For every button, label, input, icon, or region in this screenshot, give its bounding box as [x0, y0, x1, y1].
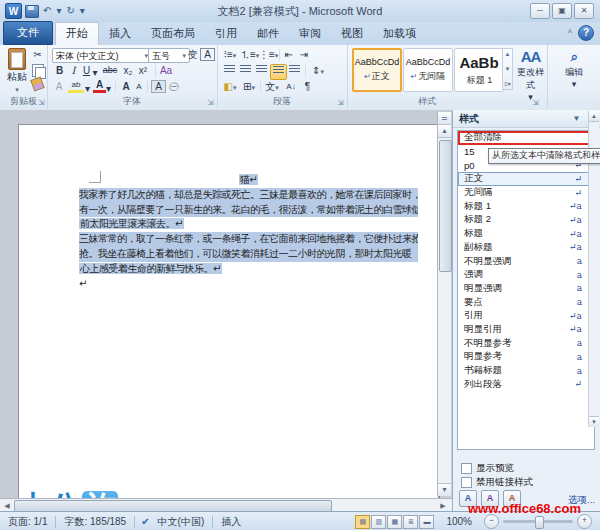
print-layout-view-icon[interactable]: ▤	[355, 515, 370, 529]
document-line[interactable]: 前太阳光里滚来滚去。↵	[79, 217, 418, 232]
spellcheck-icon[interactable]: ✔	[141, 516, 149, 527]
minimize-button[interactable]: ─	[530, 3, 550, 19]
draft-view-icon[interactable]: ▬	[419, 515, 434, 529]
document-line[interactable]: 心上感受着生命的新鲜与快乐。↵	[79, 262, 418, 277]
close-button[interactable]: ✕	[574, 3, 594, 19]
document-line[interactable]: 有一次，从隔壁要了一只新生的来。花白的毛，很活泼，常如带着泥土的白雪球似	[79, 203, 418, 218]
style-list-item[interactable]: 正文 ↵	[458, 172, 594, 186]
style-list-item[interactable]: 标题 ↵a	[458, 227, 594, 241]
gallery-up-icon[interactable]: ▲	[505, 51, 511, 57]
multilevel-list-icon[interactable]: ⋮≡▾	[259, 48, 277, 62]
list-scroll-up-icon[interactable]: ▲	[589, 111, 599, 122]
asian-layout-icon[interactable]: 文▾	[263, 80, 281, 94]
align-center-icon[interactable]	[238, 64, 253, 78]
style-list-item[interactable]: 全部清除	[458, 131, 594, 145]
editing-button[interactable]: ⌕ 编辑 ▾	[555, 48, 593, 92]
show-preview-checkbox[interactable]	[461, 463, 472, 474]
highlight-dropdown-icon[interactable]: ▾	[84, 82, 91, 95]
shading-icon[interactable]: ◧▾	[221, 80, 239, 94]
text-effects-icon[interactable]: A	[52, 80, 66, 93]
change-case-icon[interactable]: Aa	[159, 64, 173, 77]
paragraph-dialog-launcher-icon[interactable]: ⇲	[337, 98, 344, 107]
insert-mode-indicator[interactable]: 插入	[219, 515, 243, 529]
outline-view-icon[interactable]: ≣	[403, 515, 418, 529]
ribbon-tab[interactable]: 文件	[3, 21, 53, 45]
style-list-item[interactable]: 不明显强调 a	[458, 254, 594, 268]
document-line[interactable]: ↵	[79, 277, 418, 292]
superscript-button[interactable]: x²	[136, 64, 150, 77]
ribbon-tab[interactable]: 邮件	[247, 23, 289, 45]
show-preview-row[interactable]: 显示预览	[461, 462, 514, 475]
borders-icon[interactable]: ⊞▾	[240, 80, 258, 94]
style-list-item[interactable]: 要点 a	[458, 295, 594, 309]
font-dialog-launcher-icon[interactable]: ⇲	[207, 98, 214, 107]
zoom-in-icon[interactable]: +	[577, 514, 592, 529]
cut-button[interactable]: ✂	[31, 48, 44, 61]
pane-dropdown-icon[interactable]: ▼	[572, 114, 580, 123]
gallery-down-icon[interactable]: ▼	[505, 66, 511, 72]
increase-indent-icon[interactable]: ⇥	[297, 48, 311, 61]
zoom-out-icon[interactable]: −	[484, 514, 499, 529]
decrease-indent-icon[interactable]: ⇤	[282, 48, 296, 61]
restore-button[interactable]: ▣	[552, 3, 572, 19]
style-list-item[interactable]: 不明显参考 a	[458, 336, 594, 350]
web-layout-view-icon[interactable]: ▦	[387, 515, 402, 529]
paste-button[interactable]: 粘贴 ▾	[4, 48, 30, 96]
clipboard-dialog-launcher-icon[interactable]: ⇲	[38, 98, 45, 107]
disable-linked-checkbox[interactable]	[461, 477, 472, 488]
style-list-item[interactable]: 标题 1 ↵a	[458, 199, 594, 213]
styles-dialog-launcher-icon[interactable]: ⇲	[532, 98, 539, 107]
style-list-item[interactable]: 列出段落 ↵	[458, 377, 594, 391]
align-right-icon[interactable]	[254, 64, 269, 78]
font-size-combo[interactable]: 五号 ▾	[148, 48, 190, 63]
style-list-item[interactable]: 标题 2 ↵a	[458, 213, 594, 227]
ruler-toggle-icon[interactable]: ⚌	[438, 112, 451, 125]
numbering-icon[interactable]: ⒈≡▾	[240, 48, 258, 62]
ribbon-tab[interactable]: 插入	[99, 23, 141, 45]
character-shading-icon[interactable]: A	[151, 80, 166, 93]
distribute-icon[interactable]	[287, 64, 302, 78]
ribbon-tab[interactable]: 开始	[55, 22, 99, 45]
gallery-more-icon[interactable]: ≡▾	[504, 80, 511, 87]
ribbon-tab[interactable]: 审阅	[289, 23, 331, 45]
shrink-font-icon[interactable]: A	[133, 80, 145, 93]
document-line[interactable]: 我家养了好几次的猫，却总是失踪或死亡。三妹是最喜欢的，她常在课后回家时，	[79, 188, 418, 203]
grow-font-icon[interactable]: A	[119, 80, 133, 93]
line-spacing-icon[interactable]: ⇕▾	[308, 64, 328, 78]
zoom-level[interactable]: 100%	[444, 516, 474, 527]
align-left-icon[interactable]	[222, 64, 237, 78]
italic-button[interactable]: I	[67, 64, 80, 77]
list-scroll-down-icon[interactable]: ▼	[589, 416, 599, 427]
strikethrough-button[interactable]: abc	[100, 64, 120, 77]
scroll-down-icon[interactable]: ▼	[438, 483, 451, 496]
change-styles-button[interactable]: AA 更改样式 ▾	[514, 48, 547, 92]
style-list-item[interactable]: 引用 ↵a	[458, 309, 594, 323]
bullets-icon[interactable]: ⁝≡▾	[221, 48, 239, 62]
highlight-color-icon[interactable]: ab	[68, 80, 84, 93]
underline-dropdown-icon[interactable]: ▾	[91, 66, 99, 79]
style-list-item[interactable]: 明显强调 a	[458, 282, 594, 296]
fullscreen-reading-view-icon[interactable]: ▥	[371, 515, 386, 529]
style-list-item[interactable]: 书籍标题 a	[458, 364, 594, 378]
disable-linked-row[interactable]: 禁用链接样式	[461, 476, 533, 489]
font-color-dropdown-icon[interactable]: ▾	[105, 82, 112, 95]
document-line[interactable]: 抢。我坐在藤椅上看着他们，可以微笑着消耗过一二小时的光阴，那时太阳光暖	[79, 247, 418, 262]
style-gallery-item[interactable]: AaBbCcDd ↵正文	[352, 48, 402, 92]
document-vertical-scrollbar[interactable]: ⚌ ▲ ▼	[437, 112, 451, 496]
style-gallery-item[interactable]: AaBb 标题 1	[454, 48, 504, 92]
language-indicator[interactable]: 中文(中国)	[156, 515, 207, 529]
minimize-ribbon-icon[interactable]: ^	[568, 28, 572, 38]
zoom-thumb[interactable]	[535, 516, 544, 529]
bold-button[interactable]: B	[53, 64, 66, 77]
scroll-right-icon[interactable]: ▶	[437, 500, 449, 511]
justify-icon[interactable]	[270, 64, 287, 80]
enclose-characters-icon[interactable]: ㊀	[167, 80, 181, 93]
style-list-item[interactable]: 明显参考 a	[458, 350, 594, 364]
character-border-icon[interactable]: A	[200, 48, 215, 61]
ribbon-tab[interactable]: 视图	[331, 23, 373, 45]
sort-icon[interactable]: A↓	[283, 80, 299, 93]
document-line[interactable]: 三妹常常的，取了一条红带，或一条绳子，在它面前来回地拖摇着，它便扑过来抢	[79, 232, 418, 247]
scrollbar-thumb[interactable]	[439, 140, 452, 272]
style-list-item[interactable]: 副标题 ↵a	[458, 241, 594, 255]
help-icon[interactable]: ?	[578, 25, 594, 41]
